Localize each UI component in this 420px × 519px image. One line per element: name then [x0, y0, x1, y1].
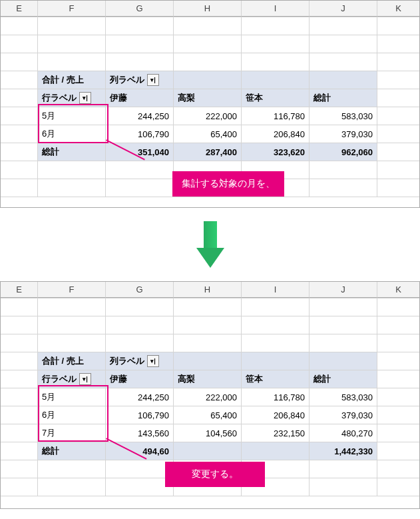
pivot-cell[interactable]: 65,400	[174, 125, 242, 143]
pivot-cell[interactable]: 379,030	[310, 125, 377, 143]
col-header-h[interactable]: H	[174, 1, 242, 17]
filter-dropdown-icon[interactable]: ▾|	[79, 373, 91, 385]
pivot-header[interactable]: 高梨	[174, 370, 242, 388]
pivot-header[interactable]: 笹本	[242, 370, 310, 388]
pivot-row-label[interactable]: 行ラベル▾|	[38, 370, 106, 388]
filter-dropdown-icon[interactable]: ▾|	[147, 355, 159, 367]
pivot-row-label-value[interactable]: 6月	[38, 125, 106, 143]
pivot-total[interactable]: 1,442,330	[310, 442, 377, 460]
pivot-row-label-value[interactable]: 7月	[38, 424, 106, 442]
spreadsheet-panel-before: E F G H I J K 合計 / 売上 列ラベル▾| 行ラベル▾| 伊藤 高…	[0, 0, 420, 208]
pivot-total[interactable]: 287,400	[174, 143, 242, 161]
callout-text: 集計する対象の月を、	[172, 171, 284, 197]
callout-text: 変更する。	[165, 462, 265, 487]
pivot-total[interactable]	[242, 442, 310, 460]
filter-dropdown-icon[interactable]: ▾|	[147, 74, 159, 86]
pivot-cell[interactable]: 583,030	[310, 107, 377, 125]
pivot-title[interactable]: 合計 / 売上	[38, 71, 106, 89]
col-header-f[interactable]: F	[38, 1, 106, 17]
pivot-cell[interactable]: 116,780	[242, 388, 310, 406]
pivot-cell[interactable]: 244,250	[106, 107, 174, 125]
pivot-title[interactable]: 合計 / 売上	[38, 352, 106, 370]
pivot-cell[interactable]: 106,790	[106, 125, 174, 143]
pivot-cell[interactable]: 104,560	[174, 424, 242, 442]
col-header-g[interactable]: G	[106, 282, 174, 298]
pivot-header[interactable]: 笹本	[242, 89, 310, 107]
pivot-row-label-value[interactable]: 6月	[38, 406, 106, 424]
col-header-i[interactable]: I	[242, 1, 310, 17]
pivot-row-label-value[interactable]: 5月	[38, 107, 106, 125]
pivot-cell[interactable]: 222,000	[174, 107, 242, 125]
col-header-h[interactable]: H	[174, 282, 242, 298]
pivot-header[interactable]: 総計	[310, 89, 377, 107]
col-header-k[interactable]: K	[377, 1, 419, 17]
col-header-e[interactable]: E	[1, 1, 38, 17]
pivot-row-label-value[interactable]: 5月	[38, 388, 106, 406]
pivot-header[interactable]: 総計	[310, 370, 377, 388]
col-header-i[interactable]: I	[242, 282, 310, 298]
pivot-header[interactable]: 高梨	[174, 89, 242, 107]
pivot-header[interactable]: 伊藤	[106, 89, 174, 107]
pivot-total[interactable]	[174, 442, 242, 460]
pivot-cell[interactable]: 379,030	[310, 406, 377, 424]
pivot-cell[interactable]: 244,250	[106, 388, 174, 406]
pivot-total[interactable]: 494,60	[106, 442, 174, 460]
pivot-cell[interactable]: 106,790	[106, 406, 174, 424]
pivot-cell[interactable]: 583,030	[310, 388, 377, 406]
pivot-cell[interactable]: 143,560	[106, 424, 174, 442]
col-header-k[interactable]: K	[377, 282, 419, 298]
pivot-total[interactable]: 962,060	[310, 143, 377, 161]
down-arrow-icon	[196, 221, 224, 268]
pivot-cell[interactable]: 206,840	[242, 125, 310, 143]
pivot-cell[interactable]: 206,840	[242, 406, 310, 424]
col-header-f[interactable]: F	[38, 282, 106, 298]
pivot-total[interactable]: 323,620	[242, 143, 310, 161]
pivot-header[interactable]: 伊藤	[106, 370, 174, 388]
pivot-total-label[interactable]: 総計	[38, 143, 106, 161]
pivot-col-label[interactable]: 列ラベル▾|	[106, 71, 174, 89]
pivot-cell[interactable]: 232,150	[242, 424, 310, 442]
col-header-j[interactable]: J	[310, 282, 377, 298]
pivot-cell[interactable]: 65,400	[174, 406, 242, 424]
pivot-row-label[interactable]: 行ラベル▾|	[38, 89, 106, 107]
pivot-cell[interactable]: 116,780	[242, 107, 310, 125]
pivot-cell[interactable]: 222,000	[174, 388, 242, 406]
col-header-j[interactable]: J	[310, 1, 377, 17]
col-header-g[interactable]: G	[106, 1, 174, 17]
filter-dropdown-icon[interactable]: ▾|	[79, 92, 91, 104]
pivot-total-label[interactable]: 総計	[38, 442, 106, 460]
pivot-col-label[interactable]: 列ラベル▾|	[106, 352, 174, 370]
col-header-e[interactable]: E	[1, 282, 38, 298]
pivot-cell[interactable]: 480,270	[310, 424, 377, 442]
spreadsheet-panel-after: E F G H I J K 合計 / 売上 列ラベル▾| 行ラベル▾| 伊藤 高…	[0, 281, 420, 509]
